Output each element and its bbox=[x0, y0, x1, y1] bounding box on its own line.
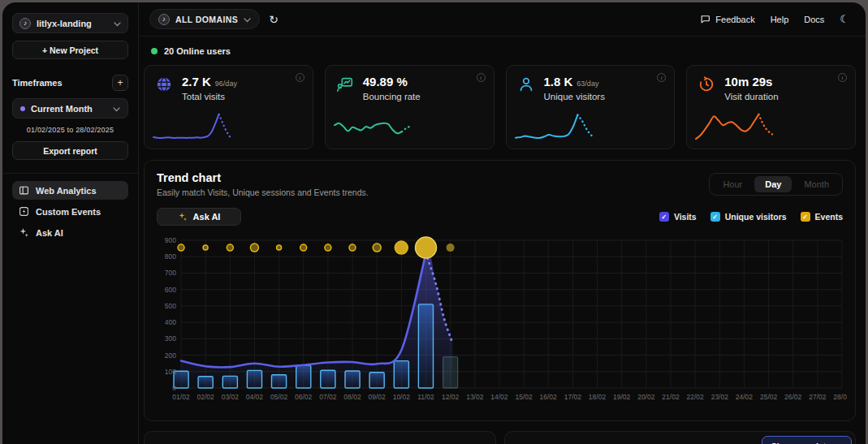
layout-panel-icon bbox=[19, 185, 29, 196]
help-link[interactable]: Help bbox=[771, 15, 789, 24]
info-icon[interactable]: i bbox=[296, 73, 304, 82]
svg-text:0: 0 bbox=[172, 384, 176, 392]
ask-ai-button[interactable]: Ask AI bbox=[157, 208, 241, 226]
bar bbox=[247, 370, 261, 388]
stat-cards-row: 2.7 K96/day Total visits i 49.89 % bbox=[144, 65, 856, 149]
project-name: litlyx-landing bbox=[37, 19, 92, 28]
granularity-hour[interactable]: Hour bbox=[712, 176, 753, 192]
ask-ai-label: Ask AI bbox=[193, 212, 221, 222]
sparkline-dotted bbox=[402, 126, 411, 131]
x-axis-labels: 01/0202/0203/0204/0205/0206/0207/0208/02… bbox=[172, 393, 847, 401]
bar bbox=[345, 371, 360, 388]
stat-card-bouncing-rate: 49.89 % Bouncing rate i bbox=[325, 65, 494, 149]
svg-text:900: 900 bbox=[165, 236, 176, 244]
svg-text:100: 100 bbox=[165, 368, 176, 376]
svg-text:11/02: 11/02 bbox=[417, 393, 434, 401]
event-bubble bbox=[349, 244, 356, 251]
sparkles-icon bbox=[19, 227, 29, 238]
online-users-label: 20 Online users bbox=[164, 46, 231, 56]
event-bubble bbox=[416, 237, 437, 258]
export-report-button[interactable]: Export report bbox=[12, 141, 128, 160]
checkbox-checked-icon[interactable]: ✓ bbox=[659, 212, 669, 222]
timeframe-selected: Current Month bbox=[31, 104, 93, 114]
svg-text:21/02: 21/02 bbox=[662, 393, 680, 401]
docs-link[interactable]: Docs bbox=[804, 15, 824, 24]
legend-unique-visitors[interactable]: ✓ Unique visitors bbox=[710, 212, 787, 222]
event-bubble bbox=[325, 244, 331, 251]
event-bubble bbox=[227, 244, 233, 251]
sidebar-item-web-analytics[interactable]: Web Analytics bbox=[12, 181, 128, 200]
stat-label: Unique visitors bbox=[544, 92, 605, 101]
svg-text:28/02: 28/02 bbox=[833, 393, 847, 401]
svg-text:01/02: 01/02 bbox=[172, 393, 190, 401]
dark-mode-toggle-icon[interactable]: ☾ bbox=[840, 13, 849, 25]
checkbox-checked-icon[interactable]: ✓ bbox=[710, 212, 720, 222]
svg-text:16/02: 16/02 bbox=[540, 393, 558, 401]
chat-bubble-icon bbox=[700, 14, 710, 24]
feedback-link[interactable]: Feedback bbox=[700, 14, 754, 24]
legend-events[interactable]: ✓ Events bbox=[801, 212, 843, 222]
stat-value: 1.8 K bbox=[544, 75, 573, 88]
checkbox-checked-icon[interactable]: ✓ bbox=[801, 212, 810, 222]
event-bubble bbox=[447, 244, 455, 252]
svg-text:08/02: 08/02 bbox=[343, 393, 361, 401]
refresh-icon[interactable]: ↻ bbox=[269, 13, 279, 26]
online-dot-icon bbox=[151, 48, 158, 54]
event-bubble bbox=[203, 245, 208, 250]
svg-text:800: 800 bbox=[165, 252, 176, 261]
bar bbox=[369, 373, 384, 388]
stat-value: 49.89 % bbox=[363, 75, 408, 88]
trend-legend: ✓ Visits ✓ Unique visitors ✓ Events bbox=[659, 212, 843, 222]
y-axis-labels: 0100200300400500600700800900 bbox=[165, 236, 176, 392]
info-icon[interactable]: i bbox=[838, 73, 847, 82]
stat-per-day: 63/day bbox=[577, 80, 598, 88]
domain-selector[interactable]: ♪ ALL DOMAINS bbox=[149, 9, 260, 29]
granularity-toggle: Hour Day Month bbox=[709, 173, 843, 196]
person-icon bbox=[516, 75, 536, 94]
svg-text:23/02: 23/02 bbox=[711, 393, 729, 401]
sparkline-solid bbox=[335, 123, 402, 134]
svg-text:17/02: 17/02 bbox=[564, 393, 582, 401]
sidebar-item-custom-events[interactable]: Custom Events bbox=[12, 202, 128, 221]
granularity-day[interactable]: Day bbox=[754, 176, 792, 192]
trend-chart-canvas[interactable]: 010020030040050060070080090001/0202/0203… bbox=[157, 232, 847, 411]
svg-text:700: 700 bbox=[165, 269, 176, 277]
svg-text:19/02: 19/02 bbox=[613, 393, 631, 401]
show-raw-data-button[interactable]: Show raw data ↗ bbox=[762, 436, 852, 444]
new-project-button[interactable]: + New Project bbox=[12, 41, 128, 59]
project-selector[interactable]: ♪ litlyx-landing bbox=[12, 13, 128, 33]
bar bbox=[272, 375, 287, 388]
svg-text:500: 500 bbox=[165, 302, 176, 310]
svg-text:24/02: 24/02 bbox=[736, 393, 754, 401]
sparkline-total-visits bbox=[151, 109, 232, 143]
info-icon[interactable]: i bbox=[477, 73, 486, 82]
svg-text:12/02: 12/02 bbox=[442, 393, 460, 401]
svg-text:14/02: 14/02 bbox=[490, 393, 508, 401]
stat-card-visit-duration: 10m 29s Visit duration i bbox=[686, 65, 856, 149]
chevron-down-icon bbox=[244, 15, 251, 24]
topbar: ♪ ALL DOMAINS ↻ Feedback Help Docs ☾ bbox=[139, 2, 866, 37]
timer-icon bbox=[697, 75, 716, 94]
sparkline-solid bbox=[696, 114, 758, 139]
online-users: 20 Online users bbox=[151, 46, 856, 56]
svg-text:07/02: 07/02 bbox=[319, 393, 337, 401]
timeframe-selector[interactable]: Current Month bbox=[12, 98, 128, 119]
svg-text:05/02: 05/02 bbox=[270, 393, 288, 401]
sidebar: ♪ litlyx-landing + New Project Timeframe… bbox=[2, 2, 139, 444]
sidebar-item-ask-ai[interactable]: Ask AI bbox=[12, 223, 128, 242]
event-bubble bbox=[373, 244, 381, 252]
main-area: ♪ ALL DOMAINS ↻ Feedback Help Docs ☾ bbox=[139, 2, 866, 444]
sparkline-unique-visitors bbox=[513, 109, 594, 143]
legend-visits[interactable]: ✓ Visits bbox=[659, 212, 697, 222]
add-timeframe-button[interactable]: + bbox=[112, 75, 128, 91]
svg-text:09/02: 09/02 bbox=[369, 393, 386, 401]
stat-card-total-visits: 2.7 K96/day Total visits i bbox=[144, 65, 313, 149]
svg-text:27/02: 27/02 bbox=[809, 393, 827, 401]
info-icon[interactable]: i bbox=[657, 73, 666, 82]
svg-text:26/02: 26/02 bbox=[784, 393, 802, 401]
litlyx-logo-icon: ♪ bbox=[19, 18, 31, 29]
sidebar-item-label: Ask AI bbox=[36, 228, 63, 238]
granularity-month[interactable]: Month bbox=[793, 176, 840, 192]
chevron-down-icon bbox=[113, 104, 120, 114]
svg-text:200: 200 bbox=[165, 351, 176, 360]
